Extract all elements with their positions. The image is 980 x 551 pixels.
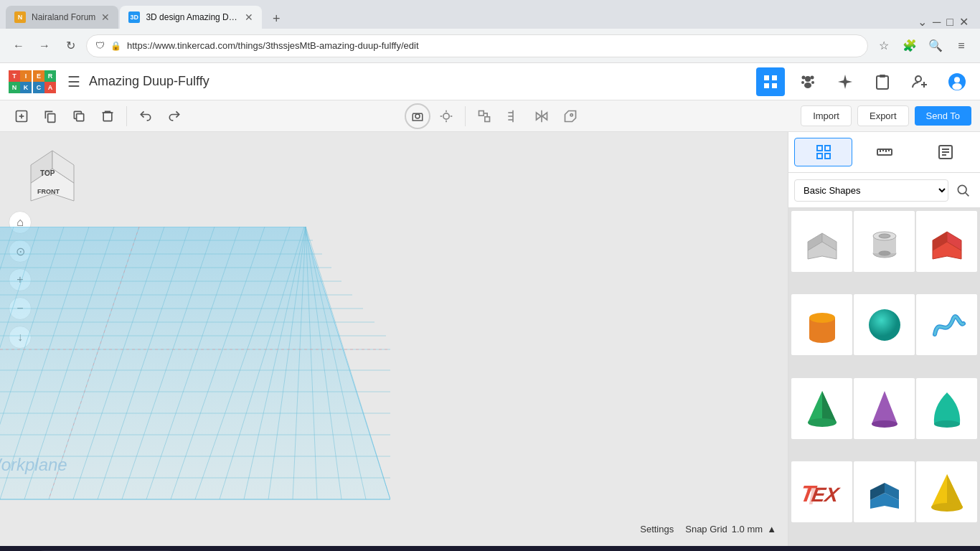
tool-separator-2 — [465, 106, 466, 126]
import-button[interactable]: Import — [801, 105, 852, 126]
svg-rect-2 — [764, 83, 769, 88]
workplane-grid-svg: Workplane — [0, 227, 390, 507]
tab-tinkercad-close[interactable]: ✕ — [245, 11, 253, 23]
minimize-btn[interactable]: ─ — [933, 16, 941, 29]
svg-rect-3 — [772, 83, 777, 88]
svg-rect-33 — [485, 116, 490, 121]
duplicate-tool[interactable] — [66, 103, 92, 129]
camera-tool[interactable] — [405, 103, 430, 129]
svg-rect-88 — [817, 154, 822, 159]
lock-icon: 🔒 — [110, 41, 121, 51]
svg-point-115 — [869, 309, 900, 341]
back-button[interactable]: ← — [9, 36, 29, 56]
clipboard-button[interactable] — [868, 67, 897, 96]
svg-rect-32 — [479, 110, 484, 116]
grid-view-button[interactable] — [756, 67, 785, 96]
bookmark-button[interactable]: ☆ — [874, 36, 894, 56]
address-bar[interactable]: 🛡 🔒 https://www.tinkercad.com/things/3th… — [86, 34, 868, 57]
svg-marker-117 — [822, 391, 837, 423]
new-tab-button[interactable]: + — [266, 9, 286, 29]
avatar-button[interactable] — [943, 67, 971, 96]
tab-overflow-btn[interactable]: ⌄ — [918, 15, 927, 29]
svg-point-114 — [809, 313, 835, 323]
svg-point-6 — [811, 75, 814, 79]
svg-point-4 — [805, 76, 811, 82]
group-tool[interactable] — [557, 103, 583, 129]
settings-button[interactable]: Settings — [640, 524, 674, 534]
zoom-button[interactable]: 🔍 — [925, 36, 946, 56]
shape-pyramid-yellow[interactable] — [916, 461, 977, 522]
shape-cylinder[interactable] — [791, 294, 852, 355]
svg-point-18 — [952, 83, 961, 90]
tab-nairaland[interactable]: N Nairaland Forum ✕ — [6, 6, 118, 29]
svg-rect-11 — [877, 76, 888, 89]
tab-nairaland-close[interactable]: ✕ — [101, 11, 110, 23]
export-button[interactable]: Export — [857, 105, 909, 126]
shape-scribble[interactable] — [916, 294, 977, 355]
shape-cylinder-hole[interactable] — [854, 211, 915, 272]
nav-bar: ← → ↻ 🛡 🔒 https://www.tinkercad.com/thin… — [0, 29, 980, 63]
redo-tool[interactable] — [161, 103, 187, 129]
svg-point-27 — [443, 113, 449, 118]
svg-point-17 — [954, 77, 960, 83]
shape-text3d[interactable]: T EX T — [791, 461, 852, 522]
svg-point-118 — [808, 418, 837, 427]
shape-box-solid[interactable] — [916, 211, 977, 272]
new-workplane-tool[interactable] — [9, 103, 34, 129]
tab-nairaland-title: Nairaland Forum — [32, 12, 95, 22]
browser-chrome: N Nairaland Forum ✕ 3D 3D design Amazing… — [0, 0, 980, 63]
svg-rect-24 — [77, 113, 84, 121]
svg-rect-87 — [825, 146, 830, 151]
workplane-text: Workplane — [0, 455, 67, 474]
svg-rect-22 — [48, 113, 55, 122]
snap-value: 1.0 mm — [732, 524, 763, 534]
svg-point-8 — [811, 81, 814, 84]
svg-marker-10 — [838, 75, 852, 89]
shape-cone-purple[interactable] — [854, 378, 915, 439]
svg-rect-0 — [764, 75, 769, 80]
refresh-button[interactable]: ↻ — [60, 36, 80, 56]
shape-sphere[interactable] — [854, 294, 915, 355]
svg-point-26 — [415, 114, 420, 118]
view-cube[interactable]: TOP FRONT — [20, 143, 74, 197]
front-label: FRONT — [37, 188, 60, 195]
maximize-btn[interactable]: □ — [946, 16, 953, 29]
shape-paraboloid[interactable] — [916, 378, 977, 439]
close-browser-btn[interactable]: ✕ — [959, 15, 969, 29]
tab-ruler[interactable] — [855, 138, 913, 166]
align-tool[interactable] — [500, 103, 526, 129]
shape-pyramid-green[interactable] — [791, 378, 852, 439]
menu-list-icon[interactable]: ☰ — [67, 73, 80, 90]
svg-point-107 — [879, 234, 890, 238]
shape-box-hole[interactable] — [791, 211, 852, 272]
copy-paste-tool[interactable] — [37, 103, 63, 129]
mirror-tool[interactable] — [529, 103, 555, 129]
menu-button[interactable]: ≡ — [951, 36, 971, 56]
canvas-area[interactable]: TOP FRONT ⌂ ⊙ + − ↓ — [0, 132, 788, 546]
svg-rect-12 — [880, 75, 885, 77]
svg-rect-25 — [103, 113, 112, 121]
forward-button[interactable]: → — [34, 36, 55, 56]
paw-button[interactable] — [793, 67, 822, 96]
snap-arrow-icon[interactable]: ▲ — [767, 524, 776, 534]
extensions-button[interactable]: 🧩 — [900, 36, 920, 56]
tab-grid[interactable] — [794, 138, 852, 166]
delete-tool[interactable] — [95, 103, 121, 129]
tinkercad-logo[interactable]: T I N K E R C A — [9, 70, 56, 93]
snap-grid-control[interactable]: Snap Grid 1.0 mm ▲ — [685, 524, 776, 534]
shape-category-select[interactable]: Basic Shapes — [794, 179, 948, 202]
sparkle-button[interactable] — [831, 67, 859, 96]
add-person-button[interactable] — [905, 67, 934, 96]
tab-bar: N Nairaland Forum ✕ 3D 3D design Amazing… — [0, 0, 980, 29]
snap-tool[interactable] — [471, 103, 497, 129]
right-panel: Basic Shapes — [788, 132, 980, 546]
shield-icon: 🛡 — [95, 40, 105, 51]
snap-grid-label: Snap Grid — [685, 524, 727, 534]
shape-box-blue[interactable] — [854, 461, 915, 522]
sendto-button[interactable]: Send To — [915, 106, 971, 126]
tab-notes[interactable] — [916, 138, 974, 166]
light-tool[interactable] — [433, 103, 459, 129]
tab-tinkercad[interactable]: 3D 3D design Amazing Duup-Fulff ✕ — [120, 6, 262, 29]
search-icon-button[interactable] — [951, 179, 974, 202]
undo-tool[interactable] — [133, 103, 159, 129]
